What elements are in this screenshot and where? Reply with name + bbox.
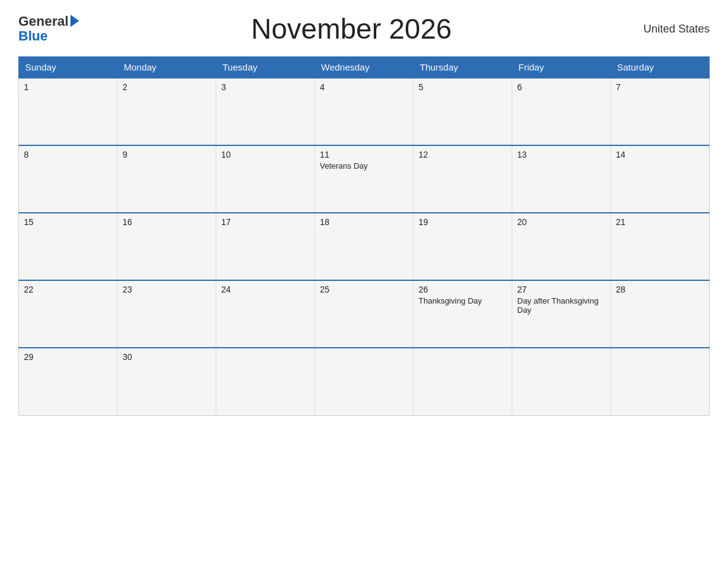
day-of-week-saturday: Saturday	[611, 57, 710, 79]
day-number: 16	[123, 217, 211, 227]
day-number: 18	[320, 217, 408, 227]
calendar-cell: 8	[19, 145, 118, 213]
logo-blue-text: Blue	[18, 29, 79, 44]
day-of-week-thursday: Thursday	[414, 57, 512, 79]
calendar-cell: 6	[512, 78, 611, 145]
calendar-cell	[315, 348, 414, 415]
calendar-cell: 25	[315, 280, 414, 348]
calendar-cell: 28	[611, 280, 710, 348]
day-number: 3	[221, 82, 309, 92]
calendar-cell: 2	[118, 78, 216, 145]
calendar-cell: 20	[512, 213, 611, 280]
day-number: 22	[24, 285, 112, 294]
day-number: 25	[320, 285, 408, 294]
day-number: 21	[616, 217, 704, 227]
day-number: 2	[123, 82, 211, 92]
day-number: 7	[616, 82, 704, 92]
calendar-cell: 19	[414, 213, 512, 280]
calendar-week-2: 891011Veterans Day121314	[19, 145, 710, 213]
calendar-cell: 16	[118, 213, 216, 280]
calendar-cell: 17	[216, 213, 315, 280]
page-header: General Blue November 2026 United States	[18, 12, 710, 45]
calendar-cell: 27Day after Thanksgiving Day	[512, 280, 611, 348]
calendar-cell: 18	[315, 213, 414, 280]
calendar-cell	[512, 348, 611, 415]
day-number: 26	[419, 285, 507, 294]
calendar-cell: 3	[216, 78, 315, 145]
calendar-week-5: 2930	[19, 348, 710, 415]
day-number: 29	[24, 352, 112, 362]
day-number: 5	[419, 82, 507, 92]
day-number: 8	[24, 150, 112, 159]
day-number: 9	[123, 150, 211, 159]
day-number: 13	[517, 150, 605, 159]
calendar-cell: 7	[611, 78, 710, 145]
calendar-cell: 9	[118, 145, 216, 213]
calendar-cell: 21	[611, 213, 710, 280]
day-number: 24	[221, 285, 309, 294]
calendar-table: SundayMondayTuesdayWednesdayThursdayFrid…	[18, 56, 710, 416]
calendar-cell: 30	[118, 348, 216, 415]
day-number: 23	[123, 285, 211, 294]
calendar-cell: 1	[19, 78, 118, 145]
day-number: 10	[221, 150, 309, 159]
calendar-cell: 14	[611, 145, 710, 213]
day-of-week-tuesday: Tuesday	[216, 57, 315, 79]
holiday-label: Veterans Day	[320, 161, 408, 170]
day-number: 1	[24, 82, 112, 92]
day-number: 28	[616, 285, 704, 294]
calendar-cell: 22	[19, 280, 118, 348]
calendar-week-1: 1234567	[19, 78, 710, 145]
day-number: 6	[517, 82, 605, 92]
day-of-week-wednesday: Wednesday	[315, 57, 414, 79]
day-number: 27	[517, 285, 605, 294]
calendar-week-4: 2223242526Thanksgiving Day27Day after Th…	[19, 280, 710, 348]
day-number: 17	[221, 217, 309, 227]
calendar-cell: 11Veterans Day	[315, 145, 414, 213]
calendar-cell: 4	[315, 78, 414, 145]
calendar-cell: 24	[216, 280, 315, 348]
day-number: 19	[419, 217, 507, 227]
logo-general-text: General	[18, 14, 69, 29]
holiday-label: Thanksgiving Day	[419, 296, 507, 305]
day-number: 12	[419, 150, 507, 159]
calendar-cell	[611, 348, 710, 415]
day-of-week-friday: Friday	[512, 57, 611, 79]
calendar-week-3: 15161718192021	[19, 213, 710, 280]
day-of-week-monday: Monday	[118, 57, 216, 79]
day-number: 14	[616, 150, 704, 159]
calendar-cell: 29	[19, 348, 118, 415]
day-number: 15	[24, 217, 112, 227]
day-of-week-sunday: Sunday	[19, 57, 118, 79]
logo-triangle-icon	[70, 15, 79, 27]
holiday-label: Day after Thanksgiving Day	[517, 296, 605, 315]
calendar-title: November 2026	[79, 12, 624, 45]
day-number: 30	[123, 352, 211, 362]
calendar-header: SundayMondayTuesdayWednesdayThursdayFrid…	[19, 57, 710, 79]
days-of-week-row: SundayMondayTuesdayWednesdayThursdayFrid…	[19, 57, 710, 79]
calendar-body: 1234567891011Veterans Day121314151617181…	[19, 78, 710, 415]
calendar-cell: 15	[19, 213, 118, 280]
calendar-cell	[414, 348, 512, 415]
calendar-cell: 13	[512, 145, 611, 213]
day-number: 11	[320, 150, 408, 159]
calendar-cell	[216, 348, 315, 415]
calendar-cell: 10	[216, 145, 315, 213]
logo: General Blue	[18, 14, 79, 44]
calendar-cell: 12	[414, 145, 512, 213]
calendar-cell: 23	[118, 280, 216, 348]
day-number: 20	[517, 217, 605, 227]
day-number: 4	[320, 82, 408, 92]
calendar-cell: 26Thanksgiving Day	[414, 280, 512, 348]
calendar-cell: 5	[414, 78, 512, 145]
country-label: United States	[624, 23, 710, 36]
